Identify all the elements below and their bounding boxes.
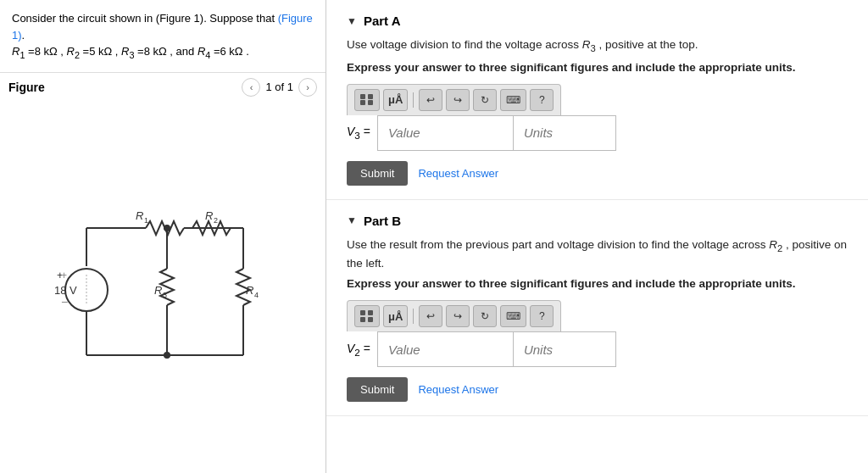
help-button-b[interactable]: ? <box>530 305 554 327</box>
keyboard-icon-b: ⌨ <box>506 310 520 322</box>
part-a-instruction: Express your answer to three significant… <box>347 61 848 74</box>
figure-label: Figure <box>8 81 45 94</box>
problem-text-line2: R1 =8 kΩ , R2 =5 kΩ , R3 =8 kΩ , and R4 … <box>12 45 249 58</box>
redo-icon-a: ↪ <box>453 94 462 106</box>
mu-button-a[interactable]: μÅ <box>383 89 408 111</box>
units-input-a[interactable] <box>514 116 615 150</box>
part-a-section: ▼ Part A Use voltage division to find th… <box>326 0 868 200</box>
problem-text-line1: Consider the circuit shown in (Figure 1)… <box>12 12 275 25</box>
answer-row-a: V3 = <box>347 115 848 151</box>
help-label-a: ? <box>539 94 545 106</box>
matrix-button-b[interactable] <box>354 305 380 327</box>
separator-1b <box>413 309 414 324</box>
help-label-b: ? <box>539 310 545 322</box>
svg-text:R: R <box>205 209 213 222</box>
prev-figure-button[interactable]: ‹ <box>242 78 260 97</box>
math-toolbar-b: μÅ ↩ ↪ ↻ ⌨ ? <box>347 300 561 331</box>
action-row-a: Submit Request Answer <box>347 161 848 186</box>
refresh-icon-a: ↻ <box>481 94 489 106</box>
submit-button-a[interactable]: Submit <box>347 161 408 186</box>
svg-text:18 V: 18 V <box>54 284 77 297</box>
left-panel: Consider the circuit shown in (Figure 1)… <box>0 0 326 473</box>
action-row-b: Submit Request Answer <box>347 377 848 402</box>
help-button-a[interactable]: ? <box>530 89 554 111</box>
input-wrapper-a <box>377 115 616 151</box>
matrix-icon-a <box>360 94 374 106</box>
figure-nav: ‹ 1 of 1 › <box>242 78 317 97</box>
units-input-b[interactable] <box>514 332 615 366</box>
matrix-icon-b <box>360 310 374 322</box>
part-a-collapse-icon: ▼ <box>347 15 357 27</box>
redo-button-b[interactable]: ↪ <box>446 305 470 327</box>
separator-1a <box>413 92 414 108</box>
part-a-header[interactable]: ▼ Part A <box>347 14 848 28</box>
undo-button-a[interactable]: ↩ <box>419 89 442 111</box>
part-a-title: Part A <box>364 14 401 28</box>
figure-label-row: Figure ‹ 1 of 1 › <box>0 73 326 102</box>
answer-label-b: V2 = <box>347 342 370 358</box>
svg-point-34 <box>164 352 170 358</box>
input-wrapper-b <box>377 331 616 367</box>
svg-text:−: − <box>61 295 68 309</box>
svg-text:2: 2 <box>214 216 218 225</box>
circuit-diagram: R 1 R 2 R 3 R 4 <box>0 102 326 473</box>
keyboard-button-b[interactable]: ⌨ <box>500 305 526 327</box>
svg-text:R: R <box>136 209 143 222</box>
request-answer-button-a[interactable]: Request Answer <box>418 167 498 180</box>
svg-text:+: + <box>61 270 67 281</box>
undo-icon-a: ↩ <box>426 94 435 106</box>
part-b-instruction: Express your answer to three significant… <box>347 277 848 290</box>
value-input-a[interactable] <box>378 116 514 150</box>
answer-row-b: V2 = <box>347 331 848 367</box>
refresh-button-a[interactable]: ↻ <box>473 89 497 111</box>
refresh-button-b[interactable]: ↻ <box>473 305 497 327</box>
redo-icon-b: ↪ <box>453 310 462 322</box>
next-figure-button[interactable]: › <box>298 78 317 97</box>
right-panel: ▼ Part A Use voltage division to find th… <box>326 0 868 473</box>
redo-button-a[interactable]: ↪ <box>446 89 470 111</box>
part-b-title: Part B <box>364 214 401 228</box>
undo-icon-b: ↩ <box>426 310 435 322</box>
keyboard-icon-a: ⌨ <box>506 94 520 106</box>
svg-text:4: 4 <box>254 291 259 299</box>
part-a-description: Use voltage division to find the voltage… <box>347 36 848 56</box>
figure-page: 1 of 1 <box>265 81 293 93</box>
part-b-collapse-icon: ▼ <box>347 214 357 226</box>
mu-label-b: μÅ <box>388 310 403 323</box>
part-b-header[interactable]: ▼ Part B <box>347 214 848 228</box>
mu-label-a: μÅ <box>388 93 403 106</box>
submit-button-b[interactable]: Submit <box>347 377 408 402</box>
keyboard-button-a[interactable]: ⌨ <box>500 89 526 111</box>
refresh-icon-b: ↻ <box>481 310 489 322</box>
math-toolbar-a: μÅ ↩ ↪ ↻ ⌨ ? <box>347 84 561 115</box>
part-b-description: Use the result from the previous part an… <box>347 236 848 273</box>
value-input-b[interactable] <box>378 332 514 366</box>
problem-statement: Consider the circuit shown in (Figure 1)… <box>0 0 326 73</box>
svg-point-33 <box>164 225 170 231</box>
matrix-button-a[interactable] <box>354 89 380 111</box>
undo-button-b[interactable]: ↩ <box>419 305 442 327</box>
answer-label-a: V3 = <box>347 125 370 141</box>
request-answer-button-b[interactable]: Request Answer <box>418 383 498 396</box>
circuit-svg: R 1 R 2 R 3 R 4 <box>36 194 290 381</box>
mu-button-b[interactable]: μÅ <box>383 305 408 327</box>
part-b-section: ▼ Part B Use the result from the previou… <box>326 200 868 417</box>
